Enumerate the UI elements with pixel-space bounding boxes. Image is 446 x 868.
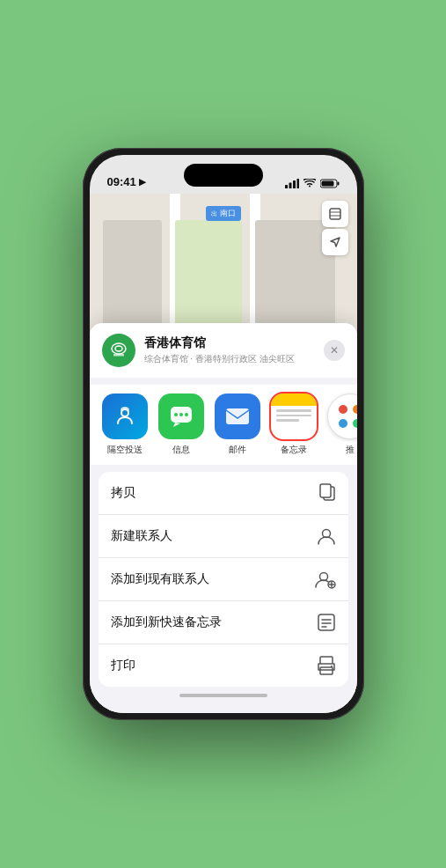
share-row: 隔空投送 信息 [90,385,357,465]
svg-rect-7 [330,209,340,219]
svg-point-15 [112,343,126,354]
dynamic-island [184,164,263,187]
svg-point-20 [174,413,178,416]
mail-svg [224,407,251,426]
phone-frame: 09:41 ▶ [83,148,364,720]
share-item-message[interactable]: 信息 [158,394,204,456]
venue-close-button[interactable]: ✕ [324,340,345,361]
bottom-sheet: 香港体育馆 综合体育馆 · 香港特别行政区 油尖旺区 ✕ [90,323,357,713]
location-icon: ▶ [139,177,146,187]
svg-point-25 [353,405,357,414]
notes-line-3 [276,419,299,422]
add-existing-label: 添加到现有联系人 [111,571,209,587]
svg-point-16 [115,346,122,351]
share-item-more[interactable]: 推 [327,394,357,456]
svg-point-21 [179,413,183,416]
venue-info: 香港体育馆 综合体育馆 · 香港特别行政区 油尖旺区 ✕ [90,323,357,378]
svg-point-27 [353,419,357,428]
close-icon: ✕ [330,344,339,357]
print-icon [317,656,336,675]
mail-icon [215,394,260,439]
svg-rect-2 [293,180,296,188]
add-notes-icon [317,613,336,632]
svg-rect-6 [321,181,333,187]
copy-icon [318,483,336,503]
notes-icon-container [271,394,317,439]
action-add-existing[interactable]: 添加到现有联系人 [99,558,348,601]
svg-point-41 [331,666,333,667]
share-item-airdrop[interactable]: 隔空投送 [102,394,148,456]
notes-icon-content [271,394,317,439]
time-display: 09:41 [107,175,136,188]
message-svg [168,404,194,429]
venue-text-block: 香港体育馆 综合体育馆 · 香港特别行政区 油尖旺区 [144,335,315,365]
svg-rect-5 [337,182,339,186]
svg-rect-23 [226,408,249,424]
action-new-contact[interactable]: 新建联系人 [99,515,348,558]
copy-label: 拷贝 [111,485,135,501]
more-icon [327,394,357,439]
mail-label: 邮件 [229,444,246,456]
message-icon [158,394,204,439]
notes-label: 备忘录 [281,444,307,456]
notes-line-2 [276,415,311,417]
share-item-mail[interactable]: 邮件 [215,394,260,456]
map-layers-button[interactable] [322,201,348,227]
svg-rect-1 [289,183,291,189]
map-entrance-label: 出 南口 [206,206,241,221]
svg-rect-40 [320,667,333,674]
venue-subtitle: 综合体育馆 · 香港特别行政区 油尖旺区 [144,353,315,365]
svg-point-24 [339,405,347,414]
action-add-notes[interactable]: 添加到新快速备忘录 [99,601,348,644]
svg-point-30 [322,530,330,538]
action-list: 拷贝 新建联系人 添加到现有联系人 [99,472,348,687]
svg-rect-29 [320,484,331,497]
wifi-icon [303,179,316,188]
entrance-text: 南口 [220,208,236,219]
new-contact-label: 新建联系人 [111,528,172,544]
svg-point-22 [185,413,188,416]
home-indicator [90,687,357,704]
add-notes-label: 添加到新快速备忘录 [111,614,222,630]
print-label: 打印 [111,658,135,673]
airdrop-icon [102,394,148,439]
more-label: 推 [346,444,355,456]
location-arrow-icon [329,236,341,248]
notes-lines [271,406,317,439]
action-copy[interactable]: 拷贝 [99,472,348,515]
more-svg [339,405,357,428]
airdrop-label: 隔空投送 [107,444,143,456]
venue-logo [102,334,135,367]
svg-rect-3 [296,179,299,188]
battery-icon [320,179,340,188]
svg-point-31 [319,573,327,581]
notes-header [271,394,317,406]
status-icons [285,179,340,188]
location-button[interactable] [322,229,348,255]
phone-screen: 09:41 ▶ [90,155,357,713]
share-item-notes[interactable]: 备忘录 [271,394,317,456]
venue-name: 香港体育馆 [144,335,315,351]
new-contact-icon [317,526,336,546]
svg-rect-17 [113,354,124,357]
map-layers-icon [328,207,342,221]
home-bar [179,694,267,697]
svg-rect-35 [318,614,334,630]
signal-icon [285,179,299,188]
svg-point-26 [339,419,347,428]
message-label: 信息 [172,444,190,456]
entrance-icon: 出 [211,210,217,218]
notes-line-1 [276,409,311,412]
map-controls [322,201,348,255]
svg-point-18 [121,409,128,416]
status-time: 09:41 ▶ [107,175,146,188]
add-existing-icon [315,570,336,589]
airdrop-svg [113,404,137,429]
svg-rect-39 [320,657,333,664]
venue-logo-icon [109,341,128,360]
action-print[interactable]: 打印 [99,644,348,687]
svg-rect-0 [285,185,288,188]
